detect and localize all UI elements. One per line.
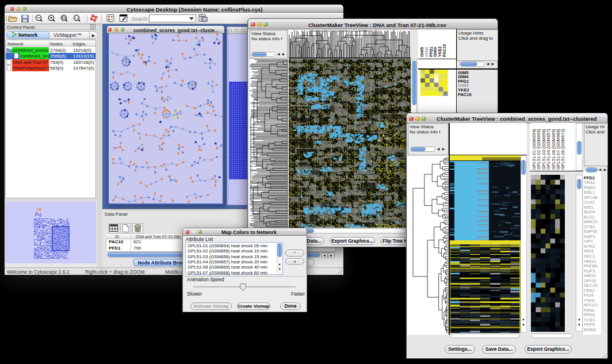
svg-text:1:1: 1:1 [75,16,79,20]
